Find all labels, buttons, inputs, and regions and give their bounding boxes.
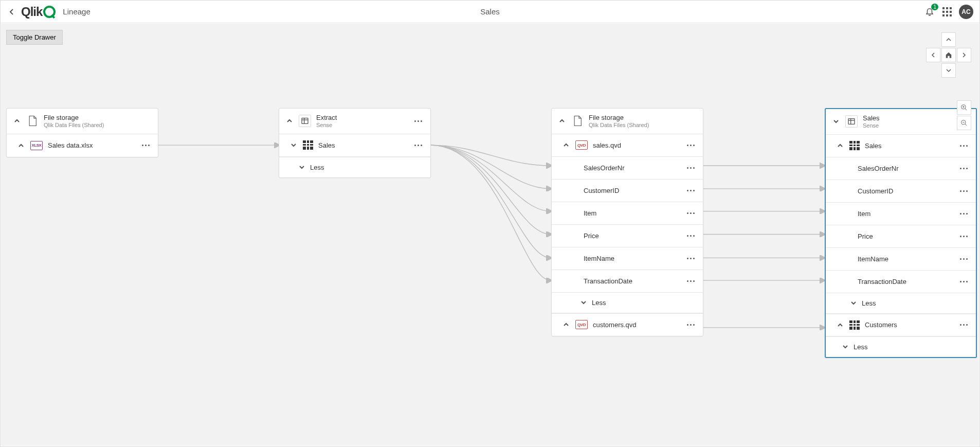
node-sales-app: Sales Sense Sales SalesOrderNr CustomerI…: [825, 108, 977, 358]
collapse-toggle[interactable]: [285, 117, 294, 125]
file-icon: [26, 115, 39, 127]
pan-up-button[interactable]: [941, 32, 956, 47]
node-menu-button[interactable]: [412, 120, 424, 122]
home-button[interactable]: [941, 48, 956, 62]
field-row[interactable]: TransactionDate: [826, 271, 976, 293]
pan-down-button[interactable]: [941, 63, 956, 78]
field-row[interactable]: TransactionDate: [552, 270, 703, 293]
field-row[interactable]: Price: [826, 225, 976, 248]
less-toggle[interactable]: Less: [552, 293, 703, 313]
node-header: File storage Qlik Data Files (Shared): [552, 109, 703, 134]
node-extract: Extract Sense Sales Less: [279, 108, 431, 178]
field-menu-button[interactable]: [957, 190, 970, 192]
collapse-toggle[interactable]: [558, 117, 566, 125]
node-title: File storage: [589, 114, 697, 122]
field-row[interactable]: ItemName: [552, 247, 703, 270]
app-icon: [299, 115, 311, 127]
xlsx-icon: XLSX: [30, 141, 43, 150]
field-menu-button[interactable]: [957, 281, 970, 282]
chevron-down-icon: [298, 163, 306, 171]
toggle-drawer-button[interactable]: Toggle Drawer: [6, 30, 63, 45]
item-label: Customers: [865, 321, 952, 329]
avatar[interactable]: AC: [959, 5, 973, 19]
field-label: SalesOrderNr: [858, 165, 957, 172]
node-item-customers-qvd[interactable]: QVD customers.qvd: [552, 313, 703, 336]
qvd-icon: QVD: [575, 140, 588, 150]
pan-controls: [925, 32, 972, 78]
item-menu-button[interactable]: [412, 145, 424, 146]
field-row[interactable]: Price: [552, 225, 703, 247]
node-subtitle: Qlik Data Files (Shared): [44, 122, 152, 129]
item-label: Sales data.xlsx: [48, 141, 134, 149]
item-menu-button[interactable]: [684, 324, 697, 326]
item-label: sales.qvd: [593, 141, 679, 149]
node-subtitle: Qlik Data Files (Shared): [589, 122, 697, 129]
zoom-in-button[interactable]: [957, 100, 971, 115]
field-menu-button[interactable]: [957, 236, 970, 237]
node-subtitle: Sense: [316, 122, 407, 129]
svg-rect-7: [302, 118, 308, 124]
zoom-out-button[interactable]: [957, 116, 971, 130]
app-launcher-icon[interactable]: [942, 7, 952, 16]
field-row[interactable]: CustomerID: [826, 180, 976, 203]
app-logo[interactable]: Qlik: [21, 5, 56, 19]
field-row[interactable]: Item: [826, 203, 976, 225]
back-button[interactable]: [7, 7, 17, 17]
field-row[interactable]: SalesOrderNr: [826, 157, 976, 180]
less-label: Less: [862, 299, 876, 307]
field-label: Price: [858, 233, 957, 240]
node-item-customers-table[interactable]: Customers: [826, 314, 976, 336]
field-row[interactable]: Item: [552, 202, 703, 225]
field-menu-button[interactable]: [684, 280, 697, 282]
item-menu-button[interactable]: [684, 145, 697, 146]
field-label: TransactionDate: [858, 278, 957, 285]
field-row[interactable]: ItemName: [826, 248, 976, 271]
item-menu-button[interactable]: [957, 324, 970, 326]
collapse-toggle[interactable]: [13, 117, 21, 125]
field-menu-button[interactable]: [684, 258, 697, 259]
expand-toggle[interactable]: [562, 141, 570, 149]
less-toggle[interactable]: Less: [826, 293, 976, 314]
pan-right-button[interactable]: [957, 48, 971, 62]
field-menu-button[interactable]: [684, 235, 697, 237]
notifications-button[interactable]: 1: [925, 7, 935, 17]
less-toggle[interactable]: Less: [279, 157, 430, 177]
less-label: Less: [854, 343, 867, 351]
item-menu-button[interactable]: [139, 145, 152, 146]
node-subtitle: Sense: [863, 122, 970, 129]
expand-toggle[interactable]: [562, 320, 570, 329]
item-label: Sales: [865, 142, 952, 150]
logo-q-icon: [43, 6, 56, 18]
node-item-sales-qvd[interactable]: QVD sales.qvd: [552, 134, 703, 157]
zoom-controls: [956, 100, 972, 131]
lineage-canvas[interactable]: Toggle Drawer: [1, 24, 979, 446]
app-icon: [845, 115, 858, 128]
breadcrumb: Lineage: [63, 7, 90, 16]
expand-toggle[interactable]: [836, 141, 844, 150]
collapse-toggle[interactable]: [832, 117, 840, 126]
field-row[interactable]: CustomerID: [552, 180, 703, 202]
less-toggle[interactable]: Less: [826, 336, 976, 357]
field-menu-button[interactable]: [957, 168, 970, 169]
node-file-storage-1: File storage Qlik Data Files (Shared) XL…: [6, 108, 158, 157]
qvd-icon: QVD: [575, 320, 588, 329]
pan-left-button[interactable]: [926, 48, 940, 62]
field-menu-button[interactable]: [957, 258, 970, 260]
node-title: Sales: [863, 114, 970, 122]
expand-toggle[interactable]: [17, 141, 25, 150]
svg-line-1: [965, 109, 967, 111]
field-label: CustomerID: [584, 187, 684, 194]
field-menu-button[interactable]: [957, 213, 970, 214]
item-menu-button[interactable]: [957, 145, 970, 147]
field-menu-button[interactable]: [684, 167, 697, 169]
notification-badge: 1: [931, 4, 938, 10]
expand-toggle[interactable]: [289, 141, 298, 149]
field-menu-button[interactable]: [684, 190, 697, 191]
node-title: Extract: [316, 114, 407, 122]
node-header: Extract Sense: [279, 109, 430, 134]
node-item-sales-table[interactable]: Sales: [826, 135, 976, 157]
node-item[interactable]: XLSX Sales data.xlsx: [7, 134, 158, 157]
field-menu-button[interactable]: [684, 212, 697, 214]
node-item[interactable]: Sales: [279, 134, 430, 157]
field-row[interactable]: SalesOrderNr: [552, 157, 703, 180]
